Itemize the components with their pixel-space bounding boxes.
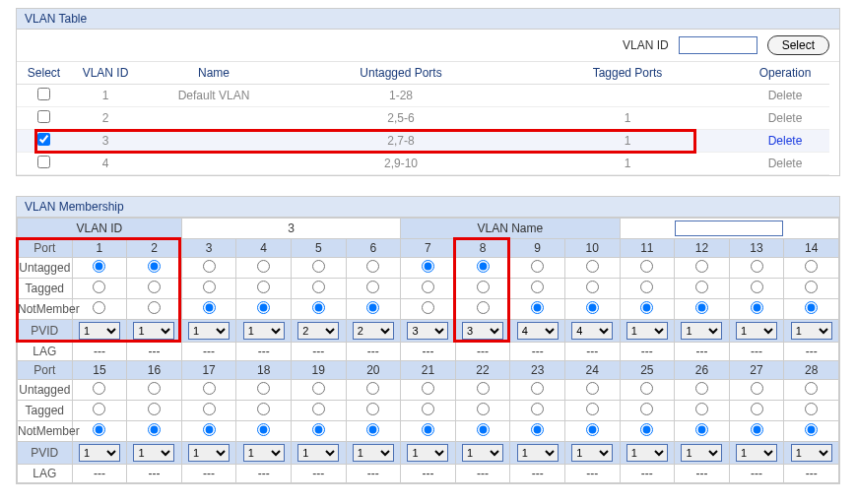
pvid-select[interactable]: 1234 (407, 444, 448, 462)
membership-radio[interactable] (695, 382, 708, 395)
membership-radio[interactable] (366, 423, 379, 436)
pvid-select[interactable]: 1234 (681, 444, 722, 462)
pvid-select[interactable]: 1234 (133, 322, 174, 340)
membership-radio[interactable] (477, 301, 490, 314)
membership-radio[interactable] (312, 260, 325, 273)
membership-radio[interactable] (93, 301, 105, 314)
membership-radio[interactable] (640, 260, 653, 273)
pvid-select[interactable]: 1234 (736, 444, 777, 462)
membership-radio[interactable] (312, 382, 325, 395)
membership-radio[interactable] (203, 301, 216, 314)
membership-radio[interactable] (422, 423, 434, 436)
membership-radio[interactable] (640, 423, 653, 436)
row-select-checkbox[interactable] (37, 133, 50, 146)
membership-radio[interactable] (531, 423, 544, 436)
membership-radio[interactable] (257, 301, 270, 314)
row-select-checkbox[interactable] (37, 88, 50, 100)
membership-radio[interactable] (422, 382, 434, 395)
membership-radio[interactable] (586, 301, 599, 314)
membership-radio[interactable] (257, 281, 270, 293)
membership-radio[interactable] (586, 403, 599, 415)
membership-radio[interactable] (312, 301, 325, 314)
pvid-select[interactable]: 1234 (353, 444, 394, 462)
membership-radio[interactable] (477, 281, 490, 293)
membership-radio[interactable] (422, 301, 434, 314)
pvid-select[interactable]: 1234 (133, 444, 174, 462)
membership-radio[interactable] (93, 281, 105, 293)
membership-radio[interactable] (695, 260, 708, 273)
membership-radio[interactable] (257, 403, 270, 415)
pvid-select[interactable]: 1234 (297, 444, 339, 462)
membership-radio[interactable] (148, 301, 161, 314)
membership-radio[interactable] (586, 382, 599, 395)
membership-radio[interactable] (148, 403, 161, 415)
membership-radio[interactable] (805, 403, 818, 415)
membership-radio[interactable] (531, 281, 544, 293)
membership-radio[interactable] (751, 260, 763, 273)
pvid-select[interactable]: 1234 (517, 444, 559, 462)
row-select-checkbox[interactable] (37, 156, 50, 168)
membership-radio[interactable] (422, 260, 434, 273)
membership-radio[interactable] (257, 382, 270, 395)
membership-radio[interactable] (148, 260, 161, 273)
membership-radio[interactable] (203, 403, 216, 415)
membership-radio[interactable] (751, 423, 763, 436)
membership-radio[interactable] (695, 281, 708, 293)
membership-radio[interactable] (640, 301, 653, 314)
membership-radio[interactable] (751, 301, 763, 314)
membership-radio[interactable] (586, 260, 599, 273)
pvid-select[interactable]: 1234 (79, 322, 120, 340)
membership-radio[interactable] (366, 281, 379, 293)
membership-radio[interactable] (805, 301, 818, 314)
membership-radio[interactable] (805, 260, 818, 273)
membership-radio[interactable] (640, 281, 653, 293)
membership-radio[interactable] (695, 423, 708, 436)
pvid-select[interactable]: 1234 (297, 322, 339, 340)
membership-radio[interactable] (805, 281, 818, 293)
membership-radio[interactable] (586, 281, 599, 293)
pvid-select[interactable]: 1234 (517, 322, 559, 340)
membership-radio[interactable] (805, 382, 818, 395)
membership-radio[interactable] (366, 260, 379, 273)
pvid-select[interactable]: 1234 (243, 444, 285, 462)
membership-radio[interactable] (477, 382, 490, 395)
membership-radio[interactable] (93, 403, 105, 415)
pvid-select[interactable]: 1234 (681, 322, 722, 340)
membership-radio[interactable] (531, 301, 544, 314)
membership-radio[interactable] (203, 260, 216, 273)
pvid-select[interactable]: 1234 (791, 444, 832, 462)
delete-link[interactable]: Delete (768, 134, 803, 148)
membership-radio[interactable] (751, 281, 763, 293)
pvid-select[interactable]: 1234 (407, 322, 448, 340)
membership-radio[interactable] (93, 423, 105, 436)
pvid-select[interactable]: 1234 (791, 322, 832, 340)
membership-radio[interactable] (422, 281, 434, 293)
membership-radio[interactable] (531, 260, 544, 273)
mem-vlanname-input[interactable] (675, 220, 783, 236)
delete-link[interactable]: Delete (768, 157, 803, 170)
membership-radio[interactable] (640, 382, 653, 395)
membership-radio[interactable] (422, 403, 434, 415)
row-select-checkbox[interactable] (37, 110, 50, 123)
membership-radio[interactable] (366, 403, 379, 415)
membership-radio[interactable] (93, 260, 105, 273)
pvid-select[interactable]: 1234 (243, 322, 285, 340)
membership-radio[interactable] (257, 423, 270, 436)
membership-radio[interactable] (531, 403, 544, 415)
pvid-select[interactable]: 1234 (571, 322, 613, 340)
pvid-select[interactable]: 1234 (571, 444, 613, 462)
membership-radio[interactable] (312, 403, 325, 415)
membership-radio[interactable] (805, 423, 818, 436)
membership-radio[interactable] (695, 301, 708, 314)
membership-radio[interactable] (148, 281, 161, 293)
membership-radio[interactable] (366, 301, 379, 314)
membership-radio[interactable] (477, 260, 490, 273)
delete-link[interactable]: Delete (768, 111, 803, 125)
vlan-select-button[interactable]: Select (767, 35, 829, 55)
pvid-select[interactable]: 1234 (736, 322, 777, 340)
pvid-select[interactable]: 1234 (626, 444, 668, 462)
membership-radio[interactable] (531, 382, 544, 395)
pvid-select[interactable]: 1234 (188, 444, 230, 462)
membership-radio[interactable] (257, 260, 270, 273)
membership-radio[interactable] (751, 403, 763, 415)
